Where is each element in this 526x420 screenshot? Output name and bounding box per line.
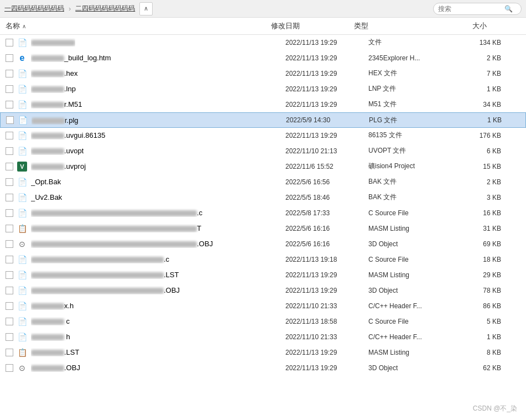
file-type: 2345Explorer H...: [368, 54, 457, 62]
table-row[interactable]: e_build_log.htm2022/11/13 19:292345Explo…: [0, 50, 526, 66]
col-size-header[interactable]: 大小: [442, 21, 487, 31]
table-row[interactable]: 📄.OBJ2022/11/13 19:293D Object78 KB: [0, 283, 526, 298]
table-row[interactable]: 📄.uvgui.861352022/11/13 19:2986135 文件176…: [0, 128, 526, 143]
file-date: 2022/11/10 21:13: [285, 147, 368, 155]
file-checkbox[interactable]: [6, 54, 13, 62]
file-type: UVOPT 文件: [368, 146, 457, 155]
file-type: 文件: [368, 38, 457, 47]
file-icon: 📄: [17, 192, 28, 203]
file-checkbox[interactable]: [6, 70, 13, 77]
file-checkbox[interactable]: [6, 225, 13, 232]
file-icon: 📄: [17, 177, 28, 188]
file-name-cell: _Opt.Bak: [31, 178, 285, 186]
table-row[interactable]: 📄r.plg2022/5/9 14:30PLG 文件1 KB: [0, 112, 526, 128]
file-size: 2 KB: [457, 54, 501, 62]
file-date: 2022/11/13 19:18: [285, 256, 368, 263]
file-type: MASM Listing: [368, 349, 457, 356]
file-type: M51 文件: [368, 100, 457, 109]
file-checkbox[interactable]: [6, 194, 13, 201]
table-row[interactable]: 📄.uvopt2022/11/10 21:13UVOPT 文件6 KB: [0, 143, 526, 159]
table-row[interactable]: 📄.hex2022/11/13 19:29HEX 文件7 KB: [0, 66, 526, 81]
file-icon: 📄: [17, 331, 28, 343]
file-checkbox[interactable]: [6, 163, 13, 170]
table-row[interactable]: ⊙.OBJ2022/5/6 16:163D Object69 KB: [0, 236, 526, 252]
file-size: 6 KB: [457, 147, 501, 155]
table-row[interactable]: 📄x.h2022/11/10 21:33C/C++ Header F...86 …: [0, 298, 526, 314]
file-icon: ⊙: [17, 362, 28, 374]
file-checkbox[interactable]: [6, 132, 13, 139]
file-name: r.plg: [32, 116, 79, 125]
file-name-cell: [31, 38, 285, 46]
col-date-header[interactable]: 修改日期: [271, 21, 354, 31]
file-type: HEX 文件: [368, 69, 457, 78]
table-row[interactable]: 📄2022/11/13 19:29文件134 KB: [0, 35, 526, 50]
file-type: BAK 文件: [368, 193, 457, 202]
file-type: 礦ision4 Project: [368, 162, 457, 171]
file-checkbox[interactable]: [6, 256, 13, 263]
file-date: 2022/5/5 18:46: [285, 194, 368, 201]
file-checkbox[interactable]: [6, 349, 13, 356]
file-type: C Source File: [368, 256, 457, 263]
file-name: .lnp: [31, 85, 76, 93]
file-checkbox[interactable]: [6, 39, 13, 46]
file-name: .hex: [31, 69, 78, 77]
table-header: 名称 ∧ 修改日期 类型 大小: [0, 18, 526, 35]
file-name: .uvgui.86135: [31, 131, 105, 139]
table-row[interactable]: 📋T2022/5/6 16:16MASM Listing31 KB: [0, 221, 526, 236]
path-part-2[interactable]: 二四码码码码码码码: [75, 4, 135, 13]
file-checkbox[interactable]: [6, 240, 13, 248]
file-checkbox[interactable]: [6, 116, 14, 124]
file-icon: ⊙: [17, 238, 28, 250]
file-name-cell: r.M51: [31, 100, 285, 108]
up-arrow-button[interactable]: ∧: [139, 2, 153, 15]
file-checkbox[interactable]: [6, 209, 13, 217]
file-icon: 📄: [17, 254, 28, 265]
file-checkbox[interactable]: [6, 318, 13, 325]
file-icon: 📄: [17, 115, 28, 126]
table-row[interactable]: V.uvproj2022/11/6 15:52礦ision4 Project15…: [0, 159, 526, 174]
file-type: C Source File: [368, 209, 457, 217]
file-date: 2022/11/13 19:29: [285, 349, 368, 356]
table-row[interactable]: 📄.c2022/11/13 19:18C Source File18 KB: [0, 252, 526, 267]
path-part-1[interactable]: 一四码码码码码码码: [4, 4, 64, 13]
file-list[interactable]: 📄2022/11/13 19:29文件134 KBe_build_log.htm…: [0, 35, 526, 420]
table-row[interactable]: 📄.c2022/5/8 17:33C Source File16 KB: [0, 205, 526, 221]
file-type: 3D Object: [368, 364, 457, 372]
file-checkbox[interactable]: [6, 271, 13, 279]
table-row[interactable]: 📄.lnp2022/11/13 19:29LNP 文件1 KB: [0, 81, 526, 97]
file-size: 134 KB: [457, 39, 501, 46]
file-size: 18 KB: [457, 256, 501, 263]
file-checkbox[interactable]: [6, 302, 13, 310]
file-icon: V: [17, 161, 28, 172]
file-checkbox[interactable]: [6, 101, 13, 108]
file-name-cell: .uvopt: [31, 147, 285, 155]
col-type-header[interactable]: 类型: [354, 21, 442, 31]
table-row[interactable]: 📄 h2022/11/10 21:33C/C++ Header F...1 KB: [0, 329, 526, 345]
file-size: 16 KB: [457, 209, 501, 217]
file-checkbox[interactable]: [6, 147, 13, 155]
table-row[interactable]: 📄.LST2022/11/13 19:29MASM Listing29 KB: [0, 267, 526, 283]
file-date: 2022/11/13 18:58: [285, 318, 368, 325]
file-checkbox[interactable]: [6, 333, 13, 341]
table-row[interactable]: 📄_Opt.Bak2022/5/6 16:56BAK 文件2 KB: [0, 174, 526, 190]
table-row[interactable]: ⊙.OBJ2022/11/13 19:293D Object62 KB: [0, 360, 526, 376]
file-size: 31 KB: [457, 225, 501, 232]
file-type: C/C++ Header F...: [368, 333, 457, 341]
file-checkbox[interactable]: [6, 364, 13, 372]
col-name-header[interactable]: 名称 ∧: [6, 21, 271, 31]
file-name: .OBJ: [31, 286, 180, 294]
file-name-cell: T: [31, 224, 285, 232]
file-checkbox[interactable]: [6, 287, 13, 294]
file-name: _Uv2.Bak: [31, 193, 62, 201]
file-checkbox[interactable]: [6, 178, 13, 186]
file-date: 2022/11/10 21:33: [285, 302, 368, 310]
table-row[interactable]: 📋.LST2022/11/13 19:29MASM Listing8 KB: [0, 345, 526, 360]
table-row[interactable]: 📄r.M512022/11/13 19:29M51 文件34 KB: [0, 97, 526, 112]
file-icon: 📄: [17, 285, 28, 296]
file-name: .LST: [31, 271, 179, 279]
table-row[interactable]: 📄_Uv2.Bak2022/5/5 18:46BAK 文件3 KB: [0, 190, 526, 205]
file-checkbox[interactable]: [6, 85, 13, 93]
search-input[interactable]: [438, 5, 504, 13]
table-row[interactable]: 📄 c2022/11/13 18:58C Source File5 KB: [0, 314, 526, 329]
sort-arrow-icon: ∧: [22, 23, 26, 29]
